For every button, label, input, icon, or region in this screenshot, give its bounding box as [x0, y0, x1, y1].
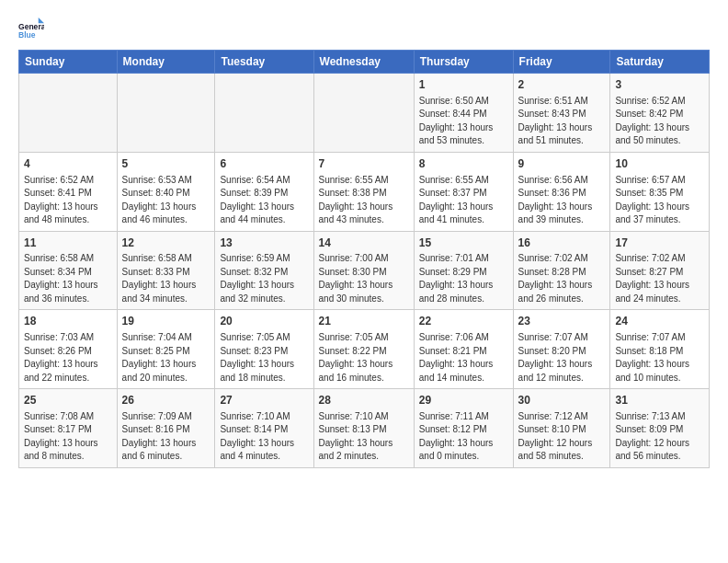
calendar-cell: 21Sunrise: 7:05 AM Sunset: 8:22 PM Dayli…	[313, 310, 414, 389]
day-header-sunday: Sunday	[19, 51, 118, 74]
day-number: 22	[419, 314, 508, 329]
calendar-cell: 3Sunrise: 6:52 AM Sunset: 8:42 PM Daylig…	[610, 74, 710, 153]
day-info: Sunrise: 6:52 AM Sunset: 8:42 PM Dayligh…	[615, 95, 704, 148]
svg-text:Blue: Blue	[18, 30, 36, 40]
calendar-week-row: 1Sunrise: 6:50 AM Sunset: 8:44 PM Daylig…	[19, 74, 710, 153]
calendar-cell: 23Sunrise: 7:07 AM Sunset: 8:20 PM Dayli…	[513, 310, 610, 389]
calendar-cell: 10Sunrise: 6:57 AM Sunset: 8:35 PM Dayli…	[610, 152, 710, 231]
calendar-cell: 12Sunrise: 6:58 AM Sunset: 8:33 PM Dayli…	[117, 231, 215, 310]
day-info: Sunrise: 7:05 AM Sunset: 8:22 PM Dayligh…	[319, 331, 409, 385]
day-header-tuesday: Tuesday	[215, 51, 313, 74]
calendar-cell: 8Sunrise: 6:55 AM Sunset: 8:37 PM Daylig…	[414, 152, 513, 231]
calendar-cell: 27Sunrise: 7:10 AM Sunset: 8:14 PM Dayli…	[215, 389, 313, 468]
day-header-thursday: Thursday	[414, 51, 513, 74]
calendar-cell: 22Sunrise: 7:06 AM Sunset: 8:21 PM Dayli…	[414, 310, 513, 389]
day-number: 11	[24, 236, 112, 251]
day-header-wednesday: Wednesday	[313, 51, 414, 74]
day-number: 3	[615, 77, 704, 93]
day-info: Sunrise: 7:10 AM Sunset: 8:13 PM Dayligh…	[319, 410, 409, 464]
calendar-cell	[19, 74, 118, 153]
calendar-cell: 19Sunrise: 7:04 AM Sunset: 8:25 PM Dayli…	[117, 310, 215, 389]
header: General Blue	[18, 15, 710, 40]
day-info: Sunrise: 6:58 AM Sunset: 8:33 PM Dayligh…	[122, 252, 210, 305]
day-number: 4	[24, 156, 112, 172]
day-number: 24	[615, 314, 704, 329]
day-number: 16	[518, 236, 606, 251]
day-header-monday: Monday	[117, 51, 215, 74]
calendar-table: SundayMondayTuesdayWednesdayThursdayFrid…	[18, 50, 710, 468]
day-info: Sunrise: 7:04 AM Sunset: 8:25 PM Dayligh…	[122, 331, 210, 385]
day-info: Sunrise: 6:58 AM Sunset: 8:34 PM Dayligh…	[24, 252, 112, 305]
day-number: 26	[122, 393, 210, 408]
day-info: Sunrise: 7:01 AM Sunset: 8:29 PM Dayligh…	[419, 252, 508, 305]
day-number: 19	[122, 314, 210, 329]
calendar-cell: 15Sunrise: 7:01 AM Sunset: 8:29 PM Dayli…	[414, 231, 513, 310]
day-number: 14	[319, 236, 409, 251]
day-number: 25	[24, 393, 112, 408]
calendar-week-row: 11Sunrise: 6:58 AM Sunset: 8:34 PM Dayli…	[19, 231, 710, 310]
day-info: Sunrise: 7:02 AM Sunset: 8:27 PM Dayligh…	[615, 252, 704, 305]
day-number: 10	[615, 156, 704, 172]
calendar-cell: 29Sunrise: 7:11 AM Sunset: 8:12 PM Dayli…	[414, 389, 513, 468]
calendar-week-row: 25Sunrise: 7:08 AM Sunset: 8:17 PM Dayli…	[19, 389, 710, 468]
calendar-cell: 5Sunrise: 6:53 AM Sunset: 8:40 PM Daylig…	[117, 152, 215, 231]
calendar-cell: 7Sunrise: 6:55 AM Sunset: 8:38 PM Daylig…	[313, 152, 414, 231]
day-info: Sunrise: 7:09 AM Sunset: 8:16 PM Dayligh…	[122, 410, 210, 464]
calendar-cell: 13Sunrise: 6:59 AM Sunset: 8:32 PM Dayli…	[215, 231, 313, 310]
calendar-header-row: SundayMondayTuesdayWednesdayThursdayFrid…	[19, 51, 710, 74]
day-info: Sunrise: 6:54 AM Sunset: 8:39 PM Dayligh…	[220, 174, 308, 227]
calendar-cell: 18Sunrise: 7:03 AM Sunset: 8:26 PM Dayli…	[19, 310, 118, 389]
day-number: 21	[319, 314, 409, 329]
day-info: Sunrise: 7:10 AM Sunset: 8:14 PM Dayligh…	[220, 410, 308, 464]
day-info: Sunrise: 6:55 AM Sunset: 8:37 PM Dayligh…	[419, 174, 508, 227]
day-number: 29	[419, 393, 508, 408]
day-number: 15	[419, 236, 508, 251]
calendar-cell	[313, 74, 414, 153]
day-number: 8	[419, 156, 508, 172]
day-info: Sunrise: 6:55 AM Sunset: 8:38 PM Dayligh…	[319, 174, 409, 227]
day-info: Sunrise: 6:59 AM Sunset: 8:32 PM Dayligh…	[220, 252, 308, 305]
day-info: Sunrise: 6:57 AM Sunset: 8:35 PM Dayligh…	[615, 174, 704, 227]
day-info: Sunrise: 7:06 AM Sunset: 8:21 PM Dayligh…	[419, 331, 508, 385]
day-number: 7	[319, 156, 409, 172]
day-number: 1	[419, 77, 508, 93]
day-info: Sunrise: 6:56 AM Sunset: 8:36 PM Dayligh…	[518, 174, 606, 227]
calendar-cell: 26Sunrise: 7:09 AM Sunset: 8:16 PM Dayli…	[117, 389, 215, 468]
day-number: 2	[518, 77, 606, 93]
calendar-cell: 6Sunrise: 6:54 AM Sunset: 8:39 PM Daylig…	[215, 152, 313, 231]
day-info: Sunrise: 6:50 AM Sunset: 8:44 PM Dayligh…	[419, 95, 508, 148]
svg-marker-2	[39, 17, 44, 23]
day-info: Sunrise: 6:53 AM Sunset: 8:40 PM Dayligh…	[122, 174, 210, 227]
calendar-cell: 28Sunrise: 7:10 AM Sunset: 8:13 PM Dayli…	[313, 389, 414, 468]
calendar-cell: 4Sunrise: 6:52 AM Sunset: 8:41 PM Daylig…	[19, 152, 118, 231]
day-number: 31	[615, 393, 704, 408]
logo: General Blue	[18, 15, 48, 40]
day-number: 28	[319, 393, 409, 408]
calendar-cell: 30Sunrise: 7:12 AM Sunset: 8:10 PM Dayli…	[513, 389, 610, 468]
day-info: Sunrise: 7:13 AM Sunset: 8:09 PM Dayligh…	[615, 410, 704, 464]
calendar-cell: 9Sunrise: 6:56 AM Sunset: 8:36 PM Daylig…	[513, 152, 610, 231]
calendar-cell: 31Sunrise: 7:13 AM Sunset: 8:09 PM Dayli…	[610, 389, 710, 468]
day-info: Sunrise: 7:03 AM Sunset: 8:26 PM Dayligh…	[24, 331, 112, 385]
calendar-cell: 11Sunrise: 6:58 AM Sunset: 8:34 PM Dayli…	[19, 231, 118, 310]
calendar-cell: 25Sunrise: 7:08 AM Sunset: 8:17 PM Dayli…	[19, 389, 118, 468]
day-info: Sunrise: 7:12 AM Sunset: 8:10 PM Dayligh…	[518, 410, 606, 464]
day-number: 20	[220, 314, 308, 329]
calendar-cell: 24Sunrise: 7:07 AM Sunset: 8:18 PM Dayli…	[610, 310, 710, 389]
calendar-cell: 2Sunrise: 6:51 AM Sunset: 8:43 PM Daylig…	[513, 74, 610, 153]
day-number: 9	[518, 156, 606, 172]
day-info: Sunrise: 7:02 AM Sunset: 8:28 PM Dayligh…	[518, 252, 606, 305]
calendar-cell: 17Sunrise: 7:02 AM Sunset: 8:27 PM Dayli…	[610, 231, 710, 310]
calendar-week-row: 4Sunrise: 6:52 AM Sunset: 8:41 PM Daylig…	[19, 152, 710, 231]
day-number: 30	[518, 393, 606, 408]
day-info: Sunrise: 7:11 AM Sunset: 8:12 PM Dayligh…	[419, 410, 508, 464]
calendar-cell	[117, 74, 215, 153]
calendar-cell	[215, 74, 313, 153]
logo-icon: General Blue	[18, 15, 44, 40]
day-info: Sunrise: 7:08 AM Sunset: 8:17 PM Dayligh…	[24, 410, 112, 464]
calendar-cell: 14Sunrise: 7:00 AM Sunset: 8:30 PM Dayli…	[313, 231, 414, 310]
day-info: Sunrise: 6:52 AM Sunset: 8:41 PM Dayligh…	[24, 174, 112, 227]
calendar-cell: 20Sunrise: 7:05 AM Sunset: 8:23 PM Dayli…	[215, 310, 313, 389]
day-header-saturday: Saturday	[610, 51, 710, 74]
day-number: 6	[220, 156, 308, 172]
